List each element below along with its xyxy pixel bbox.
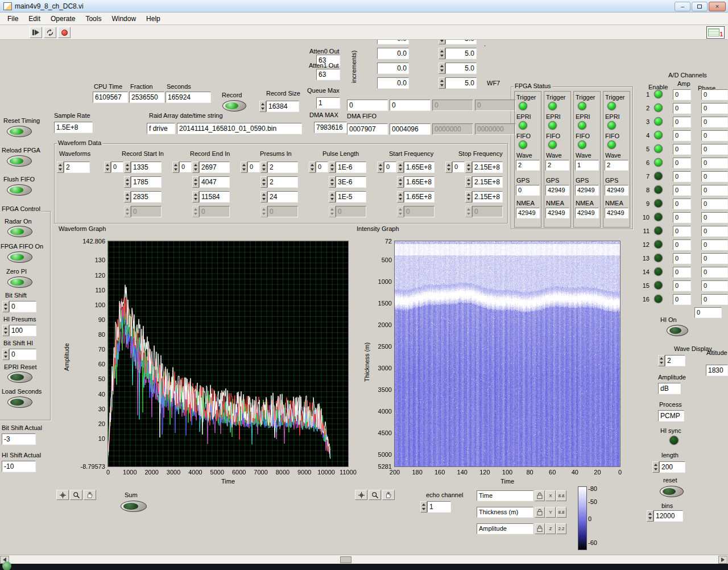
amp-field[interactable]: 0 — [673, 89, 691, 100]
phase-field[interactable]: 0 — [701, 280, 728, 291]
top-col-b-field[interactable]: 5.0 — [445, 48, 477, 59]
channel-enable-led[interactable] — [654, 240, 663, 249]
value-spinner[interactable] — [329, 162, 336, 173]
value-field[interactable]: 24 — [267, 191, 298, 203]
scale-lock-button[interactable] — [535, 523, 545, 534]
amp-field[interactable]: 0 — [673, 294, 691, 305]
value-field[interactable]: 1E-6 — [336, 162, 366, 173]
reset-button[interactable] — [660, 486, 684, 497]
scale-format-button[interactable]: 8.8 — [556, 490, 566, 501]
index-field[interactable]: 0 — [384, 162, 396, 172]
fpga-fifo-on-button[interactable] — [7, 251, 32, 263]
raid-drive-field[interactable]: f drive — [147, 123, 175, 134]
wf-graph-zoom-button[interactable] — [70, 490, 82, 500]
channel-enable-led[interactable] — [654, 199, 663, 208]
top-col-b-field[interactable]: 5.0 — [445, 63, 477, 74]
top-col-b-spinner[interactable] — [439, 48, 445, 59]
index-field[interactable]: 0 — [316, 162, 328, 172]
index-spinner[interactable] — [377, 162, 384, 173]
channel-enable-led[interactable] — [654, 226, 663, 235]
value-field[interactable]: 1335 — [131, 162, 162, 173]
value-spinner[interactable] — [192, 176, 199, 188]
record-button[interactable] — [222, 100, 246, 111]
scale-autoscale-button[interactable]: Y — [545, 507, 556, 518]
channel-enable-led[interactable] — [654, 131, 663, 139]
value-spinner[interactable] — [124, 176, 131, 188]
wave-display-field[interactable]: 2 — [665, 355, 685, 366]
value-spinner[interactable] — [465, 191, 472, 203]
flush-fifo-button[interactable] — [7, 184, 32, 196]
record-size-field[interactable]: 16384 — [266, 101, 299, 112]
value-spinner[interactable] — [260, 162, 267, 173]
scale-lock-button[interactable] — [535, 507, 545, 518]
scale-name-field[interactable]: Time — [477, 490, 533, 501]
index-field[interactable]: 0 — [452, 162, 465, 172]
wf-graph-pan-button[interactable] — [84, 490, 96, 500]
value-spinner[interactable] — [397, 191, 404, 203]
channel-enable-led[interactable] — [654, 213, 663, 221]
echo-channel-spinner[interactable] — [420, 501, 427, 513]
channel-enable-led[interactable] — [654, 104, 663, 112]
run-button[interactable] — [30, 27, 42, 38]
amp-field[interactable]: 0 — [673, 117, 691, 127]
horizontal-scrollbar[interactable] — [0, 555, 728, 564]
menu-help[interactable]: Help — [141, 14, 166, 24]
value-spinner[interactable] — [465, 176, 472, 188]
channel-enable-led[interactable] — [654, 295, 663, 303]
amplitude-units-field[interactable]: dB — [658, 383, 681, 394]
load-seconds-button[interactable] — [7, 396, 32, 408]
value-field[interactable]: 2835 — [131, 191, 162, 203]
value-field[interactable]: 1.65E+8 — [404, 162, 435, 173]
hi-sync-led[interactable] — [669, 436, 679, 445]
start-orb[interactable] — [2, 561, 11, 570]
phase-field[interactable]: 0 — [701, 294, 728, 305]
channel-enable-led[interactable] — [654, 267, 663, 276]
ig-graph-pan-button[interactable] — [382, 490, 395, 500]
scale-format-button[interactable]: 8.8 — [556, 507, 566, 518]
menu-window[interactable]: Window — [106, 14, 141, 24]
wave-display-spinner[interactable] — [658, 355, 665, 366]
phase-field[interactable]: 0 — [701, 117, 728, 127]
phase-field[interactable]: 0 — [701, 185, 728, 196]
channel-enable-led[interactable] — [654, 185, 663, 194]
sum-button[interactable] — [121, 501, 147, 512]
value-spinner[interactable] — [397, 162, 404, 173]
scale-name-field[interactable]: Amplitude — [477, 523, 533, 534]
channel-enable-led[interactable] — [654, 172, 663, 180]
index-spinner[interactable] — [309, 162, 316, 173]
index-spinner[interactable] — [172, 162, 179, 173]
reset-timing-button[interactable] — [7, 126, 32, 137]
scroll-thumb[interactable] — [340, 556, 351, 563]
value-field[interactable]: 2 — [267, 176, 298, 188]
top-col-b-field[interactable]: 5.0 — [445, 77, 477, 89]
phase-field[interactable]: 0 — [701, 226, 728, 237]
amp-field[interactable]: 0 — [673, 267, 691, 278]
menu-tools[interactable]: Tools — [80, 14, 106, 24]
index-field[interactable]: 0 — [179, 162, 192, 172]
scale-autoscale-button[interactable]: X — [545, 490, 556, 501]
ig-graph-zoom-button[interactable] — [369, 490, 381, 500]
maximize-button[interactable] — [692, 2, 708, 11]
value-field[interactable]: 2.15E+8 — [472, 162, 503, 173]
channel-enable-led[interactable] — [654, 144, 663, 153]
value-spinner[interactable] — [124, 162, 131, 173]
wf-graph-cursor-button[interactable] — [56, 490, 69, 500]
amp-field[interactable]: 0 — [673, 185, 691, 196]
index-spinner[interactable] — [241, 162, 247, 173]
amp-field[interactable]: 0 — [673, 199, 691, 209]
bit-shift-hi-field[interactable]: 0 — [9, 349, 36, 360]
value-spinner[interactable] — [329, 191, 336, 203]
menu-file[interactable]: File — [2, 14, 23, 24]
hi-on-button[interactable] — [667, 325, 688, 336]
phase-field[interactable]: 0 — [701, 239, 728, 250]
value-spinner[interactable] — [465, 162, 472, 173]
hi-presums-field[interactable]: 100 — [9, 325, 36, 336]
phase-field[interactable]: 0 — [701, 267, 728, 278]
value-field[interactable]: 2.15E+8 — [472, 176, 503, 188]
scale-autoscale-button[interactable]: Z — [545, 523, 556, 534]
phase-field[interactable]: 0 — [701, 158, 728, 168]
phase-field[interactable]: 0 — [701, 89, 728, 100]
amp-field[interactable]: 0 — [673, 103, 691, 114]
scale-name-field[interactable]: Thickness (m) — [477, 507, 533, 518]
amp-field[interactable]: 0 — [673, 226, 691, 237]
